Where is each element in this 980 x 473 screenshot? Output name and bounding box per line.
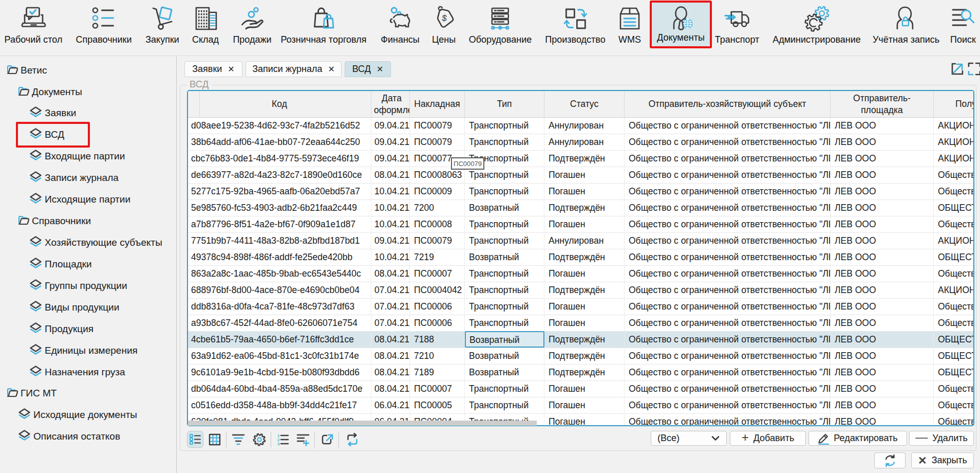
svg-text:3: 3	[277, 442, 280, 446]
svg-text:$: $	[441, 13, 448, 23]
